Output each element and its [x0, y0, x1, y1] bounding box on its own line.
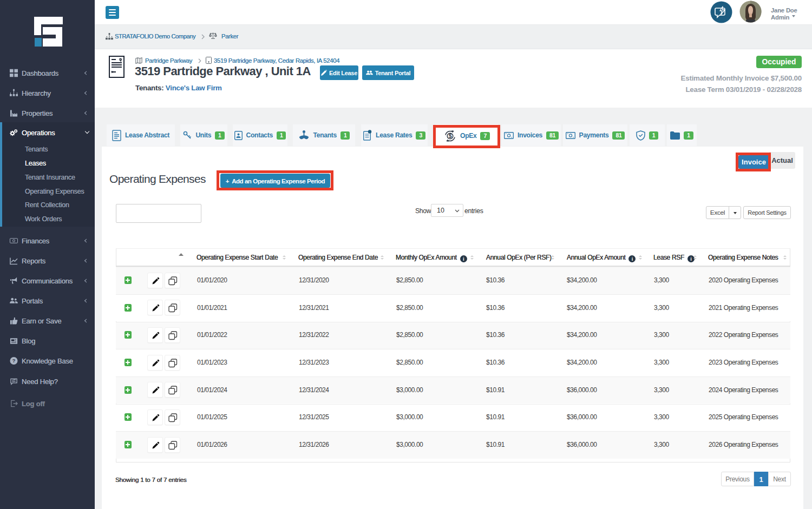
svg-text:?: ? [12, 358, 16, 363]
